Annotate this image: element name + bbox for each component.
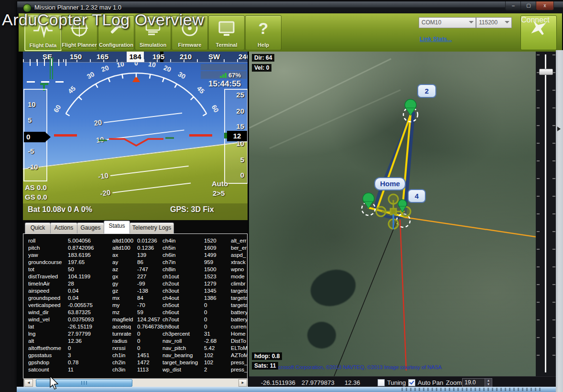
tape-label: 5 xyxy=(240,156,244,164)
roll-scale-label: 45 xyxy=(195,85,206,95)
status-field-name: gx xyxy=(112,274,137,281)
spin-up-icon[interactable]: ▲ xyxy=(485,379,492,382)
spin-down-icon[interactable]: ▼ xyxy=(485,382,492,386)
waypoint-4-label[interactable]: 4 xyxy=(408,189,426,203)
tab-telemetry-logs[interactable]: Telemetry Logs xyxy=(130,222,174,233)
signal-bar xyxy=(222,74,224,78)
tape-label: 5 xyxy=(28,116,32,124)
hud-top-ticks xyxy=(30,59,73,66)
scroll-right-button[interactable]: ► xyxy=(238,379,247,387)
status-field-name: lat xyxy=(28,324,68,331)
compass-label: 165 xyxy=(97,53,108,61)
status-field-name: ber_er xyxy=(231,245,247,252)
status-table: roll5.004056altd10000.01236ch4in1520alt_… xyxy=(28,238,247,374)
status-row: alt12.36radius0nav_roll-2.68DistTo xyxy=(28,338,247,345)
status-row: lng27.97799turnrate0ch3percent31Home xyxy=(28,331,247,338)
status-field-value: 124.2457 xyxy=(137,317,162,324)
status-field-value: 0.01236 xyxy=(137,238,162,245)
slider-groove xyxy=(545,54,546,372)
close-button[interactable]: x xyxy=(536,1,554,11)
tab-strip: Quick Actions Gauges Status Telemetry Lo… xyxy=(23,220,248,233)
status-field-value: 1523 xyxy=(204,274,231,281)
spinner-buttons[interactable]: ▲ ▼ xyxy=(485,379,492,387)
gps-status-text: GPS: 3D Fix xyxy=(170,205,214,214)
window-title: Mission Planner 1.2.32 mav 1.0 xyxy=(34,4,121,11)
tab-actions[interactable]: Actions xyxy=(50,222,77,233)
com-port-select[interactable]: COM10 xyxy=(419,17,476,28)
autopan-checkbox[interactable] xyxy=(408,379,415,386)
tab-status[interactable]: Status xyxy=(104,221,130,233)
status-field-name: ch3percent xyxy=(162,331,204,338)
battery-percent: 67% xyxy=(228,72,241,79)
airspeed-tape: 0 105-5-10 xyxy=(23,89,47,181)
signal-bar xyxy=(225,73,227,78)
status-field-name: press_ xyxy=(231,360,247,367)
status-field-value: 84 xyxy=(137,295,162,302)
waypoint-2-label[interactable]: 2 xyxy=(417,84,436,98)
status-field-name: aspd_ xyxy=(231,252,247,259)
status-field-value: -99 xyxy=(137,281,162,288)
scroll-left-button[interactable]: ◄ xyxy=(24,379,33,387)
hud-clock: 15:44:55 xyxy=(208,79,241,89)
status-field-value: 12.36 xyxy=(68,338,112,345)
status-field-value: 0 xyxy=(204,302,231,309)
status-row: yaw183.6195ax139ch6in1499aspd_ xyxy=(28,252,247,259)
tab-quick[interactable]: Quick xyxy=(25,222,51,233)
status-row: timeInAir28gy-99ch2out1279climbr xyxy=(28,281,247,288)
tape-label: 10 xyxy=(236,139,244,148)
status-field-value: 102 xyxy=(204,352,231,360)
status-row: groundspeed0.04mx84ch4out1386targeta xyxy=(28,295,247,302)
status-field-value: 197.65 xyxy=(68,259,112,266)
baud-rate-select[interactable]: 115200 xyxy=(476,17,512,28)
connect-button[interactable]: Connect xyxy=(520,15,557,50)
minimize-button[interactable]: – xyxy=(505,1,521,11)
maximize-button[interactable]: ▢ xyxy=(520,1,537,11)
status-field-name: wp_dist xyxy=(162,367,204,374)
screen: Mission Planner 1.2.32 mav 1.0 – ▢ x Fli… xyxy=(0,0,563,392)
status-field-value: 1500 xyxy=(204,266,231,274)
status-field-name: nav_pitch xyxy=(162,345,204,352)
status-field-name: alt xyxy=(28,338,68,345)
status-row: gpshdop0.78ch2in1472target_bearing102pre… xyxy=(28,360,247,367)
map-alt: 12.36 xyxy=(345,379,360,386)
hud-artificial-horizon[interactable]: 2010-10-20 604530201001020304560 SE15016… xyxy=(23,52,248,220)
status-field-value: 0.1236 xyxy=(137,245,162,252)
roll-scale-label: 20 xyxy=(162,64,172,73)
toolbar-button-terminal[interactable]: Terminal xyxy=(208,15,245,50)
toolbar-button-help[interactable]: ? Help xyxy=(245,15,282,50)
status-field-name: groundspeed xyxy=(28,295,68,302)
status-field-name: climbr xyxy=(231,281,247,288)
status-field-value: -70 xyxy=(137,302,162,309)
tape-label: -10 xyxy=(28,163,38,171)
status-field-name: gpshdop xyxy=(28,360,68,367)
airspeed-pointer: 0 xyxy=(24,132,45,142)
status-field-name: Home xyxy=(231,331,247,338)
status-field-name: altoffsethome xyxy=(28,345,68,352)
status-field-name: altd1000 xyxy=(112,238,137,245)
background-window-edge xyxy=(556,50,563,392)
home-label[interactable]: Home xyxy=(374,177,406,191)
status-field-name: wind_vel xyxy=(28,317,68,324)
status-field-value: 1279 xyxy=(204,281,231,288)
video-caption: ArduCopter TLog Overview xyxy=(2,11,204,29)
tuning-checkbox[interactable] xyxy=(378,379,385,386)
chevron-down-icon xyxy=(505,21,509,26)
map-viewport[interactable]: 2 Home 4 Dir: 64 Vel: 0 hdop: 0.8 Sats: … xyxy=(249,52,536,376)
tab-gauges[interactable]: Gauges xyxy=(77,222,104,233)
status-row: verticalspeed-0.005575my-70ch5out0target… xyxy=(28,302,247,309)
roll-scale-label: 30 xyxy=(86,70,96,81)
tape-label: 20 xyxy=(236,107,244,115)
link-stats-link[interactable]: Link Stats... xyxy=(420,36,452,42)
zoom-spinner[interactable]: 19.0 ▲ ▼ xyxy=(462,378,492,387)
status-field-value: 11 xyxy=(68,367,112,374)
status-field-value: -747 xyxy=(137,266,162,274)
status-field-value: 0.78 xyxy=(68,360,112,367)
status-field-value: -26.15119 xyxy=(68,324,112,331)
status-field-name: lng xyxy=(28,331,68,338)
status-field-name: ch8in xyxy=(162,266,204,274)
slider-handle[interactable] xyxy=(539,69,553,75)
status-field-name: xtrack xyxy=(231,259,247,266)
status-row: roll5.004056altd10000.01236ch4in1520alt_… xyxy=(28,238,247,245)
map-zoom-slider[interactable] xyxy=(536,52,556,376)
hud-wing-left xyxy=(54,134,77,137)
